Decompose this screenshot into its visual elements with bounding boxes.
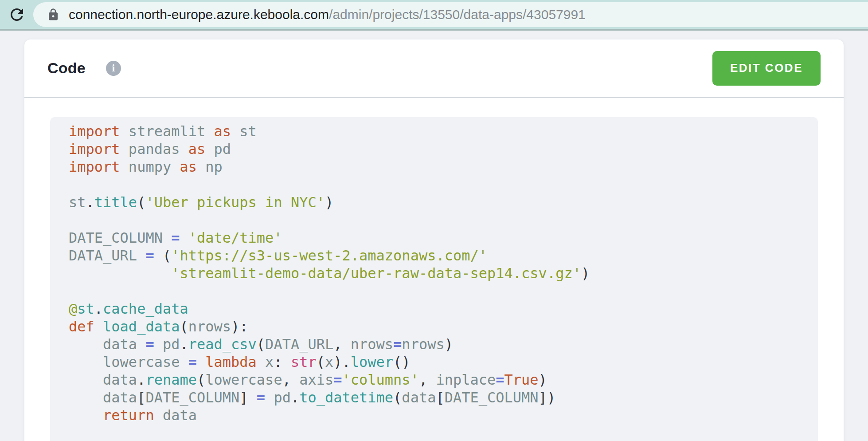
- info-icon[interactable]: i: [106, 61, 121, 76]
- code-token: (: [257, 336, 265, 353]
- reload-button[interactable]: [0, 0, 33, 30]
- code-token: (: [154, 247, 172, 264]
- code-token: =: [257, 389, 265, 406]
- code-token: np: [197, 158, 223, 175]
- code-token: =: [393, 336, 402, 353]
- code-token: .: [180, 336, 188, 353]
- code-token: ):: [231, 318, 248, 335]
- code-token: =: [333, 371, 342, 388]
- code-token: (: [197, 371, 205, 388]
- code-token: as: [180, 158, 197, 175]
- code-token: True: [504, 371, 539, 388]
- code-token: data: [69, 336, 145, 353]
- code-token: 'Uber pickups in NYC': [145, 194, 325, 211]
- code-token: =: [145, 336, 154, 353]
- code-token: pandas: [120, 141, 188, 158]
- code-token: st: [69, 194, 86, 211]
- code-token: lambda: [197, 354, 257, 370]
- code-token: nrows: [188, 318, 231, 335]
- code-token: import: [69, 123, 120, 140]
- code-token: pd: [205, 141, 231, 158]
- code-token: .: [94, 300, 103, 317]
- code-token: read_csv: [188, 336, 257, 353]
- code-token: st: [77, 300, 94, 317]
- code-token: (): [393, 354, 411, 370]
- code-token: ]: [239, 389, 257, 406]
- card-header: Code i EDIT CODE: [24, 39, 844, 98]
- code-token: x: [325, 354, 333, 370]
- code-token: DATE_COLUMN: [69, 229, 171, 246]
- code-token: x: [257, 354, 274, 370]
- code-token: streamlit: [120, 123, 214, 140]
- reload-icon: [8, 5, 26, 24]
- code-token: title: [94, 194, 137, 211]
- browser-toolbar: connection.north-europe.azure.keboola.co…: [0, 0, 868, 31]
- code-token: load_data: [94, 318, 180, 335]
- code-token: (: [137, 194, 145, 211]
- code-token: def: [69, 318, 94, 335]
- code-token: data: [69, 389, 137, 406]
- code-token: .: [137, 371, 145, 388]
- code-token: pd: [265, 389, 291, 406]
- code-card: Code i EDIT CODE import streamlit as st …: [24, 39, 844, 441]
- code-token: =: [145, 247, 154, 264]
- code-token: st: [231, 123, 257, 140]
- code-token: numpy: [120, 158, 180, 175]
- code-token: lowercase: [69, 354, 188, 370]
- code-token: ): [445, 336, 453, 353]
- url-domain: connection.north-europe.azure.keboola.co…: [69, 7, 329, 22]
- page-title: Code: [47, 59, 86, 77]
- code-token: (: [393, 389, 402, 406]
- code-token: rename: [145, 371, 197, 388]
- code-token: 'date/time': [180, 229, 282, 246]
- code-token: :: [274, 354, 291, 370]
- edit-code-button[interactable]: EDIT CODE: [712, 51, 821, 86]
- code-token: DATE_COLUMN: [445, 389, 539, 406]
- code-token: cache_data: [103, 300, 188, 317]
- code-token: ): [539, 371, 547, 388]
- code-token: (: [317, 354, 325, 370]
- code-token: ): [325, 194, 333, 211]
- card-body: import streamlit as st import pandas as …: [24, 98, 844, 441]
- code-token: str: [291, 354, 317, 370]
- code-token: .: [86, 194, 94, 211]
- code-token: ,: [419, 371, 436, 388]
- code-token: lowercase: [205, 371, 282, 388]
- code-token: as: [188, 141, 206, 158]
- code-token: =: [171, 229, 180, 246]
- code-token: to_datetime: [299, 389, 393, 406]
- code-token: DATA_URL: [69, 247, 145, 264]
- code-token: inplace: [436, 371, 496, 388]
- code-token: [: [436, 389, 444, 406]
- code-token: DATE_COLUMN: [145, 389, 239, 406]
- code-token: @: [69, 300, 77, 317]
- code-token: data: [69, 371, 137, 388]
- code-token: 'https://s3-us-west-2.amazonaws.com/': [171, 247, 487, 264]
- url-path: /admin/projects/13550/data-apps/43057991: [329, 7, 586, 22]
- code-token: .: [291, 389, 299, 406]
- lock-icon: [47, 8, 60, 21]
- code-editor[interactable]: import streamlit as st import pandas as …: [50, 117, 818, 441]
- page-background: Code i EDIT CODE import streamlit as st …: [0, 31, 868, 439]
- code-token: ).: [333, 354, 351, 370]
- code-token: import: [69, 158, 120, 175]
- code-token: 'streamlit-demo-data/uber-raw-data-sep14…: [69, 265, 581, 282]
- code-token: ): [581, 265, 590, 282]
- code-token: import: [69, 141, 120, 158]
- code-token: ,: [333, 336, 351, 353]
- code-token: return: [69, 407, 154, 424]
- code-token: =: [188, 354, 197, 370]
- code-token: nrows: [351, 336, 393, 353]
- code-token: data: [402, 389, 436, 406]
- code-token: axis: [299, 371, 333, 388]
- code-token: [: [137, 389, 145, 406]
- code-token: ,: [282, 371, 300, 388]
- url-bar[interactable]: connection.north-europe.azure.keboola.co…: [33, 2, 868, 27]
- code-token: DATA_URL: [265, 336, 333, 353]
- code-token: ]): [539, 389, 556, 406]
- code-token: 'columns': [342, 371, 419, 388]
- code-token: nrows: [402, 336, 444, 353]
- code-token: (: [180, 318, 188, 335]
- code-token: pd: [154, 336, 180, 353]
- code-token: =: [496, 371, 504, 388]
